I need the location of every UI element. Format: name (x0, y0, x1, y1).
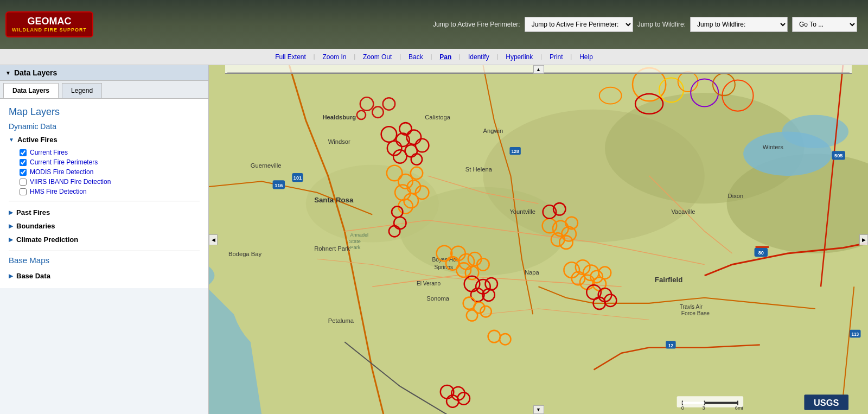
current-fire-perimeters-checkbox[interactable] (20, 159, 27, 166)
print-button[interactable]: Print (542, 51, 571, 63)
base-data-label: Base Data (16, 272, 50, 280)
layer-group-boundaries[interactable]: ▶ Boundaries (9, 219, 200, 233)
svg-text:12: 12 (668, 343, 674, 348)
base-maps-title: Base Maps (9, 256, 200, 265)
svg-text:80: 80 (758, 250, 764, 256)
pan-button[interactable]: Pan (432, 51, 459, 63)
zoom-in-button[interactable]: Zoom In (315, 51, 354, 63)
svg-text:Park: Park (350, 245, 360, 250)
svg-text:Sonoma: Sonoma (426, 295, 450, 302)
svg-text:Yountville: Yountville (509, 208, 535, 215)
hms-fire-detection-checkbox[interactable] (20, 188, 27, 195)
identify-button[interactable]: Identify (461, 51, 497, 63)
map-svg: 101 116 12 128 80 505 113 (209, 65, 868, 414)
goto-select[interactable]: Go To ... (792, 17, 857, 32)
svg-rect-129 (682, 402, 705, 404)
hms-fire-detection-link[interactable]: HMS Fire Detection (30, 188, 87, 195)
sidebar-toggle-icon[interactable]: ▼ (5, 70, 11, 76)
map-scroll-left[interactable]: ◀ (209, 234, 218, 245)
sidebar: ▼ Data Layers Data Layers Legend Map Lay… (0, 65, 209, 414)
svg-text:Bodega Bay: Bodega Bay (228, 251, 262, 257)
sidebar-title: Data Layers (14, 68, 57, 77)
back-button[interactable]: Back (401, 51, 431, 63)
map-scroll-bottom[interactable]: ▼ (533, 405, 544, 414)
svg-text:0: 0 (681, 405, 684, 411)
map-container[interactable]: ▲ ▼ ◀ ▶ (209, 65, 868, 414)
svg-text:St Helena: St Helena (465, 166, 493, 173)
toolbar: Full Extent | Zoom In | Zoom Out | Back … (0, 49, 868, 65)
app-header: GEOMAC WILDLAND FIRE SUPPORT Jump to Act… (0, 0, 868, 49)
sidebar-content: Map Layers Dynamic Data ▼ Active Fires C… (0, 99, 208, 288)
svg-text:Angwin: Angwin (483, 128, 503, 134)
svg-text:101: 101 (293, 175, 302, 181)
svg-text:USGS: USGS (814, 398, 839, 407)
svg-text:Santa Rosa: Santa Rosa (314, 196, 354, 204)
hyperlink-button[interactable]: Hyperlink (498, 51, 540, 63)
svg-text:6mi: 6mi (735, 405, 743, 411)
viirs-iband-checkbox[interactable] (20, 179, 27, 186)
base-data-arrow: ▶ (9, 273, 13, 279)
map-layers-title: Map Layers (9, 106, 200, 118)
svg-text:Healdsburg: Healdsburg (322, 114, 356, 120)
boundaries-arrow: ▶ (9, 223, 13, 229)
svg-text:Winters: Winters (763, 144, 783, 150)
svg-text:116: 116 (275, 183, 283, 188)
help-button[interactable]: Help (572, 51, 601, 63)
jump-fire-perimeter-select[interactable]: Jump to Active Fire Perimeter: (525, 17, 633, 32)
layer-group-base-data[interactable]: ▶ Base Data (9, 269, 200, 283)
svg-text:Petaluma: Petaluma (328, 317, 354, 324)
svg-text:El Verano: El Verano (417, 281, 441, 286)
svg-text:505: 505 (834, 153, 843, 158)
svg-text:Fairfield: Fairfield (655, 276, 683, 284)
boundaries-label: Boundaries (16, 222, 55, 230)
layer-group-active-fires: ▼ Active Fires Current Fires Current Fir… (9, 134, 200, 196)
tab-legend[interactable]: Legend (62, 83, 102, 98)
active-fires-header[interactable]: ▼ Active Fires (9, 134, 200, 145)
main-area: ▼ Data Layers Data Layers Legend Map Lay… (0, 65, 868, 414)
svg-text:Dixon: Dixon (728, 193, 744, 199)
header-controls: Jump to Active Fire Perimeter: Jump to A… (433, 17, 857, 32)
layer-item-current-fire-perimeters: Current Fire Perimeters (20, 157, 200, 167)
jump-perimeter-label: Jump to Active Fire Perimeter: (433, 21, 520, 28)
tab-data-layers[interactable]: Data Layers (3, 83, 59, 98)
zoom-out-button[interactable]: Zoom Out (355, 51, 399, 63)
viirs-iband-link[interactable]: VIIRS IBAND Fire Detection (30, 178, 111, 186)
climate-prediction-arrow: ▶ (9, 237, 13, 243)
modis-fire-detection-link[interactable]: MODIS Fire Detection (30, 168, 93, 176)
svg-text:Windsor: Windsor (328, 138, 350, 145)
logo-title: GEOMAC (28, 16, 72, 27)
svg-text:113: 113 (851, 332, 859, 337)
svg-text:Napa: Napa (525, 269, 540, 276)
current-fire-perimeters-link[interactable]: Current Fire Perimeters (30, 158, 98, 166)
divider1 (9, 201, 200, 201)
svg-text:Annadel: Annadel (350, 232, 368, 238)
svg-point-8 (782, 115, 848, 148)
svg-text:State: State (349, 239, 360, 244)
layer-item-viirs: VIIRS IBAND Fire Detection (20, 177, 200, 187)
svg-text:Force Base: Force Base (681, 310, 710, 316)
layer-group-climate-prediction[interactable]: ▶ Climate Prediction (9, 233, 200, 246)
layer-group-past-fires[interactable]: ▶ Past Fires (9, 206, 200, 219)
current-fires-link[interactable]: Current Fires (30, 149, 68, 156)
past-fires-label: Past Fires (16, 208, 50, 216)
active-fires-arrow: ▼ (9, 137, 14, 143)
svg-text:Calistoga: Calistoga (425, 114, 451, 120)
full-extent-button[interactable]: Full Extent (267, 51, 314, 63)
app-logo: GEOMAC WILDLAND FIRE SUPPORT (5, 11, 93, 37)
map-scroll-top[interactable]: ▲ (533, 65, 544, 74)
logo-subtitle: WILDLAND FIRE SUPPORT (12, 27, 87, 33)
divider2 (9, 251, 200, 251)
active-fires-items: Current Fires Current Fire Perimeters MO… (9, 148, 200, 196)
svg-text:Travis Air: Travis Air (680, 304, 703, 310)
current-fires-checkbox[interactable] (20, 149, 27, 156)
active-fires-label: Active Fires (17, 136, 58, 144)
svg-text:Guerneville: Guerneville (251, 162, 282, 169)
sidebar-header: ▼ Data Layers (0, 65, 208, 81)
svg-text:3: 3 (703, 405, 705, 411)
climate-prediction-label: Climate Prediction (16, 235, 78, 244)
modis-fire-detection-checkbox[interactable] (20, 169, 27, 176)
svg-rect-130 (705, 402, 738, 404)
svg-text:Vacaville: Vacaville (671, 208, 695, 215)
map-scroll-right[interactable]: ▶ (859, 234, 868, 245)
jump-wildfire-select[interactable]: Jump to Wildfire: (690, 17, 788, 32)
